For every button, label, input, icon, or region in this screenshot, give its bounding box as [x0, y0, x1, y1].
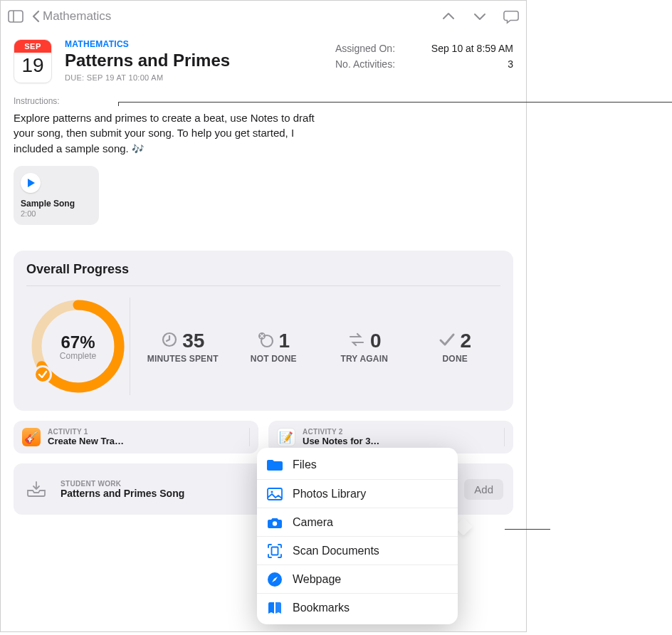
page-title: Patterns and Primes [65, 51, 322, 70]
garageband-icon: 🎸 [22, 428, 41, 446]
activities-count-label: No. Activities: [335, 58, 395, 70]
header-meta: Assigned On: Sep 10 at 8:59 AM No. Activ… [335, 39, 513, 83]
play-icon[interactable] [21, 173, 41, 193]
bookmarks-icon [267, 600, 283, 616]
attachment-name: Sample Song [21, 199, 92, 209]
overall-progress-card: Overall Progress 67% Complete [14, 251, 513, 411]
safari-icon [267, 572, 283, 587]
popover-item-scan[interactable]: Scan Documents [257, 536, 458, 565]
svg-marker-2 [28, 179, 35, 187]
calendar-month: SEP [14, 40, 51, 53]
popover-item-files[interactable]: Files [257, 451, 458, 479]
stat-done: 2 DONE [418, 330, 493, 364]
svg-rect-0 [9, 11, 23, 22]
back-button[interactable]: Mathematics [32, 9, 111, 23]
subject-label: MATHEMATICS [65, 39, 322, 49]
activity-card[interactable]: 🎸 ACTIVITY 1 Create New Tra… [14, 421, 258, 453]
svg-point-11 [271, 490, 273, 493]
attachment-card[interactable]: Sample Song 2:00 [14, 166, 99, 225]
annotation-line [505, 529, 550, 530]
svg-rect-13 [272, 547, 278, 555]
calendar-day: 19 [14, 53, 51, 78]
not-done-icon [257, 331, 274, 351]
progress-percent-label: Complete [60, 351, 96, 361]
prev-icon[interactable] [441, 9, 456, 24]
retry-icon [347, 331, 366, 351]
add-button[interactable]: Add [464, 479, 503, 500]
assigned-on-value: Sep 10 at 8:59 AM [431, 43, 513, 54]
attachment-duration: 2:00 [21, 209, 92, 218]
next-icon[interactable] [472, 9, 488, 24]
activities-count-value: 3 [508, 58, 513, 70]
camera-icon [267, 515, 283, 530]
scan-icon [267, 543, 283, 559]
clock-icon [161, 331, 178, 351]
assignment-header: SEP 19 MATHEMATICS Patterns and Primes D… [1, 32, 526, 83]
progress-ring: 67% Complete [26, 295, 130, 398]
comment-icon[interactable] [503, 9, 519, 24]
toolbar: Mathematics [1, 1, 526, 32]
svg-point-12 [273, 521, 277, 525]
popover-item-bookmarks[interactable]: Bookmarks [257, 593, 458, 621]
progress-card-title: Overall Progress [26, 262, 500, 286]
check-icon [439, 331, 456, 351]
inbox-download-icon [23, 476, 49, 502]
annotation-line [118, 102, 672, 106]
folder-icon [267, 457, 283, 473]
student-work-overline: STUDENT WORK [61, 480, 184, 488]
back-label: Mathematics [43, 9, 111, 23]
due-label: DUE: SEP 19 AT 10:00 AM [65, 73, 322, 82]
add-popover: Files Photos Library Camera Scan Documen… [257, 448, 458, 624]
notes-icon: 📝 [277, 428, 295, 446]
stat-minutes: 35 MINUTES SPENT [145, 330, 220, 364]
sidebar-toggle-icon[interactable] [8, 9, 23, 24]
stat-try-again: 0 TRY AGAIN [327, 330, 401, 364]
assigned-on-label: Assigned On: [335, 43, 395, 54]
calendar-badge: SEP 19 [14, 39, 52, 83]
stat-not-done: 1 NOT DONE [236, 330, 311, 364]
popover-item-webpage[interactable]: Webpage [257, 565, 458, 593]
popover-item-camera[interactable]: Camera [257, 508, 458, 536]
annotation-line [526, 102, 550, 103]
app-window: Mathematics SEP 19 MATHEMATICS Patterns … [0, 0, 527, 632]
popover-item-photos[interactable]: Photos Library [257, 479, 458, 508]
student-work-name: Patterns and Primes Song [61, 488, 184, 499]
instructions-text: Explore patterns and primes to create a … [1, 106, 335, 156]
photos-icon [267, 486, 283, 502]
music-note-icon: 🎶 [132, 143, 144, 154]
svg-rect-10 [268, 488, 282, 500]
progress-percent: 67% [61, 332, 95, 352]
